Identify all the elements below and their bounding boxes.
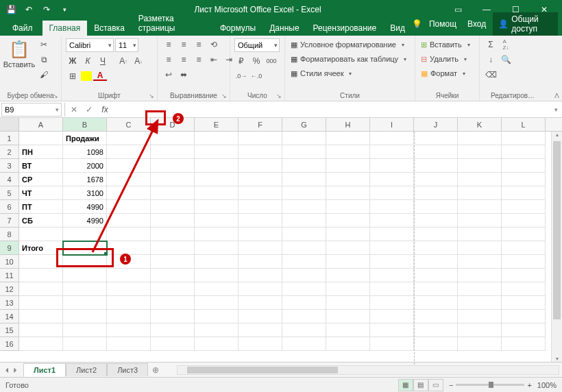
tab-layout[interactable]: Разметка страницы bbox=[132, 11, 213, 36]
tab-data[interactable]: Данные bbox=[262, 21, 306, 36]
cell-A3[interactable]: ВТ bbox=[19, 159, 63, 173]
cell-I11[interactable] bbox=[370, 269, 414, 282]
cell-I6[interactable] bbox=[370, 200, 414, 214]
cell-B6[interactable]: 4990 bbox=[63, 200, 107, 214]
cell-D10[interactable] bbox=[151, 255, 195, 269]
cell-C7[interactable] bbox=[107, 214, 151, 228]
cell-B9[interactable] bbox=[63, 241, 107, 255]
number-launcher-icon[interactable]: ↘ bbox=[276, 93, 282, 99]
cell-A16[interactable] bbox=[19, 337, 63, 351]
cell-K14[interactable] bbox=[458, 310, 502, 323]
col-header-j[interactable]: J bbox=[414, 118, 458, 131]
indent-left-icon[interactable]: ⇤ bbox=[207, 53, 221, 66]
tab-help[interactable]: Помощ bbox=[425, 16, 461, 32]
cell-A4[interactable]: СР bbox=[19, 173, 63, 186]
tab-login[interactable]: Вход bbox=[463, 16, 490, 32]
cell-F7[interactable] bbox=[239, 214, 282, 228]
cell-G3[interactable] bbox=[282, 159, 326, 173]
cell-J3[interactable] bbox=[414, 159, 458, 173]
cell-E4[interactable] bbox=[195, 173, 239, 186]
cell-D16[interactable] bbox=[151, 337, 195, 351]
cell-L11[interactable] bbox=[502, 269, 546, 282]
cell-E12[interactable] bbox=[195, 282, 239, 296]
row-header-7[interactable]: 7 bbox=[0, 214, 19, 228]
cell-G8[interactable] bbox=[282, 228, 326, 241]
cell-E2[interactable] bbox=[195, 145, 239, 159]
cell-B11[interactable] bbox=[63, 269, 107, 282]
number-format-combo[interactable]: Общий bbox=[234, 38, 280, 52]
cell-L3[interactable] bbox=[502, 159, 546, 173]
cell-K1[interactable] bbox=[458, 132, 502, 145]
cell-H4[interactable] bbox=[326, 173, 370, 186]
cell-L14[interactable] bbox=[502, 310, 546, 323]
cell-C12[interactable] bbox=[107, 282, 151, 296]
cell-J12[interactable] bbox=[414, 282, 458, 296]
cell-L10[interactable] bbox=[502, 255, 546, 269]
confirm-edit-icon[interactable]: ✓ bbox=[82, 103, 97, 117]
col-header-b[interactable]: B bbox=[63, 118, 107, 131]
cancel-edit-icon[interactable]: ✕ bbox=[66, 103, 82, 117]
cell-D8[interactable] bbox=[151, 228, 195, 241]
font-launcher-icon[interactable]: ↘ bbox=[149, 93, 154, 99]
cell-I13[interactable] bbox=[370, 296, 414, 310]
redo-icon[interactable]: ↷ bbox=[40, 3, 53, 16]
align-right-icon[interactable]: ≡ bbox=[192, 53, 206, 66]
cell-J4[interactable] bbox=[414, 173, 458, 186]
clipboard-launcher-icon[interactable]: ↘ bbox=[53, 93, 58, 99]
cell-K16[interactable] bbox=[458, 337, 502, 351]
cell-A2[interactable]: ПН bbox=[19, 145, 63, 159]
tab-formulas[interactable]: Формулы bbox=[213, 21, 262, 36]
row-header-2[interactable]: 2 bbox=[0, 145, 19, 159]
col-header-c[interactable]: C bbox=[107, 118, 151, 131]
cell-G9[interactable] bbox=[282, 241, 326, 255]
cell-G7[interactable] bbox=[282, 214, 326, 228]
cell-E10[interactable] bbox=[195, 255, 239, 269]
qat-customize-icon[interactable]: ▾ bbox=[58, 3, 71, 16]
tab-review[interactable]: Рецензирование bbox=[306, 21, 384, 36]
save-icon[interactable]: 💾 bbox=[4, 3, 18, 16]
cell-L12[interactable] bbox=[502, 282, 546, 296]
borders-icon[interactable]: ⊞ bbox=[66, 70, 80, 82]
cell-L1[interactable] bbox=[502, 132, 546, 145]
wrap-text-icon[interactable]: ↩ bbox=[162, 69, 175, 81]
cell-F13[interactable] bbox=[239, 296, 282, 310]
cell-B1[interactable]: Продажи bbox=[63, 132, 107, 145]
cell-A12[interactable] bbox=[19, 282, 63, 296]
cell-K5[interactable] bbox=[458, 186, 502, 200]
col-header-a[interactable]: A bbox=[19, 118, 63, 131]
row-header-15[interactable]: 15 bbox=[0, 323, 19, 337]
delete-cells-button[interactable]: ⊟Удалить▾ bbox=[419, 53, 467, 65]
bold-button[interactable]: Ж bbox=[66, 55, 80, 67]
cell-L9[interactable] bbox=[502, 241, 546, 255]
row-header-6[interactable]: 6 bbox=[0, 200, 19, 214]
col-header-l[interactable]: L bbox=[502, 118, 546, 131]
tab-home[interactable]: Главная bbox=[42, 21, 88, 36]
cell-G1[interactable] bbox=[282, 132, 326, 145]
align-bottom-icon[interactable]: ≡ bbox=[192, 38, 206, 51]
cell-J9[interactable] bbox=[414, 241, 458, 255]
col-header-f[interactable]: F bbox=[239, 118, 282, 131]
cell-I5[interactable] bbox=[370, 186, 414, 200]
cell-F14[interactable] bbox=[239, 310, 282, 323]
font-name-combo[interactable]: Calibri bbox=[66, 38, 114, 52]
cell-C2[interactable] bbox=[107, 145, 151, 159]
cell-K9[interactable] bbox=[458, 241, 502, 255]
conditional-formatting-button[interactable]: ▦Условное форматирование▾ bbox=[289, 38, 404, 51]
cell-J14[interactable] bbox=[414, 310, 458, 323]
cell-B16[interactable] bbox=[63, 337, 107, 351]
cell-H7[interactable] bbox=[326, 214, 370, 228]
cell-D11[interactable] bbox=[151, 269, 195, 282]
undo-icon[interactable]: ↶ bbox=[22, 3, 36, 16]
cell-G10[interactable] bbox=[282, 255, 326, 269]
cell-F8[interactable] bbox=[239, 228, 282, 241]
cell-K6[interactable] bbox=[458, 200, 502, 214]
italic-button[interactable]: К bbox=[81, 55, 95, 67]
cell-B10[interactable] bbox=[63, 255, 107, 269]
zoom-in-icon[interactable]: + bbox=[527, 381, 531, 389]
cell-A9[interactable]: Итого bbox=[19, 241, 63, 255]
shrink-font-icon[interactable]: A↓ bbox=[132, 55, 145, 67]
cell-D6[interactable] bbox=[151, 200, 195, 214]
cell-C6[interactable] bbox=[107, 200, 151, 214]
cell-L8[interactable] bbox=[502, 228, 546, 241]
cell-J11[interactable] bbox=[414, 269, 458, 282]
